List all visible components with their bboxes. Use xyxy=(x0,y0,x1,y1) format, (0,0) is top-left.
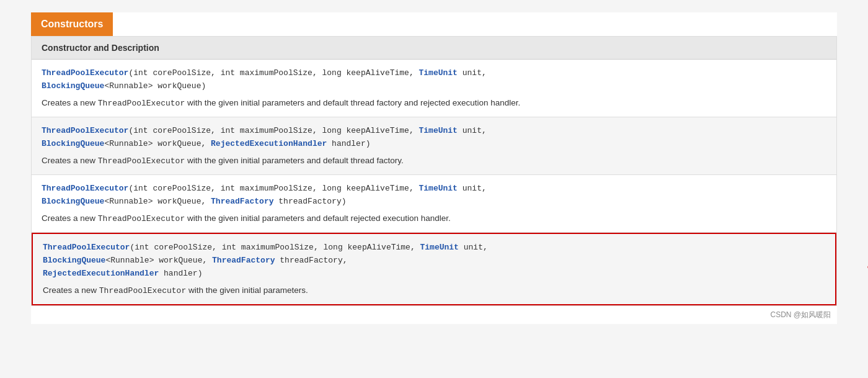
link-ThreadFactory[interactable]: ThreadFactory xyxy=(212,256,275,265)
link-BlockingQueue[interactable]: BlockingQueue xyxy=(42,197,104,206)
link-TimeUnit[interactable]: TimeUnit xyxy=(419,68,458,78)
csdn-footer: CSDN @如风暖阳 xyxy=(31,306,837,324)
page-wrapper: Constructors Constructor and Description… xyxy=(31,12,837,324)
link-TimeUnit[interactable]: TimeUnit xyxy=(420,243,459,252)
link-TimeUnit[interactable]: TimeUnit xyxy=(419,184,458,193)
link-TimeUnit[interactable]: TimeUnit xyxy=(419,126,458,135)
link-RejectedExecutionHandler[interactable]: RejectedExecutionHandler xyxy=(43,269,159,278)
highlighted-wrapper: ThreadPoolExecutor(int corePoolSize, int… xyxy=(32,233,836,305)
link-ThreadPoolExecutor[interactable]: ThreadPoolExecutor xyxy=(43,243,130,252)
table-row-highlighted: ThreadPoolExecutor(int corePoolSize, int… xyxy=(32,233,836,305)
constructor-signature: ThreadPoolExecutor(int corePoolSize, int… xyxy=(42,125,826,151)
constructor-description: Creates a new ThreadPoolExecutor with th… xyxy=(42,155,826,168)
constructor-description: Creates a new ThreadPoolExecutor with th… xyxy=(42,212,826,225)
table-column-header: Constructor and Description xyxy=(32,37,836,60)
link-RejectedExecutionHandler[interactable]: RejectedExecutionHandler xyxy=(211,139,327,148)
link-BlockingQueue[interactable]: BlockingQueue xyxy=(43,256,105,265)
constructor-signature: ThreadPoolExecutor(int corePoolSize, int… xyxy=(43,241,825,280)
constructors-table: Constructor and Description ThreadPoolEx… xyxy=(31,36,837,306)
table-row: ThreadPoolExecutor(int corePoolSize, int… xyxy=(32,60,836,117)
link-ThreadPoolExecutor[interactable]: ThreadPoolExecutor xyxy=(42,184,128,193)
link-BlockingQueue[interactable]: BlockingQueue xyxy=(42,81,104,91)
link-ThreadPoolExecutor[interactable]: ThreadPoolExecutor xyxy=(42,68,128,78)
constructors-title: Constructors xyxy=(41,19,103,29)
table-row: ThreadPoolExecutor(int corePoolSize, int… xyxy=(32,175,836,233)
link-ThreadPoolExecutor[interactable]: ThreadPoolExecutor xyxy=(42,126,128,135)
constructor-signature: ThreadPoolExecutor(int corePoolSize, int… xyxy=(42,67,826,93)
constructors-header: Constructors xyxy=(31,12,113,36)
constructor-description: Creates a new ThreadPoolExecutor with th… xyxy=(42,97,826,110)
link-ThreadFactory[interactable]: ThreadFactory xyxy=(211,197,273,206)
table-row: ThreadPoolExecutor(int corePoolSize, int… xyxy=(32,117,836,175)
constructor-signature: ThreadPoolExecutor(int corePoolSize, int… xyxy=(42,182,826,209)
constructor-description: Creates a new ThreadPoolExecutor with th… xyxy=(43,284,825,297)
link-BlockingQueue[interactable]: BlockingQueue xyxy=(42,139,104,148)
